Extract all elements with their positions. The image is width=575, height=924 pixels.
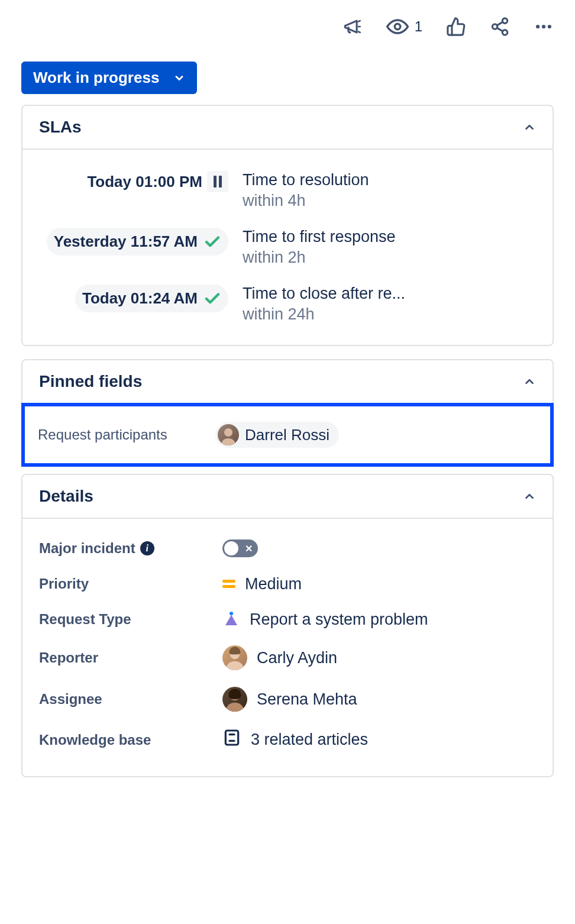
- sla-goal: within 24h: [243, 305, 405, 324]
- share-button[interactable]: [490, 17, 510, 37]
- details-header[interactable]: Details: [22, 475, 553, 518]
- sla-goal: within 4h: [243, 192, 369, 210]
- priority-value: Medium: [245, 575, 302, 593]
- assignee-field[interactable]: Assignee Serena Mehta: [39, 679, 536, 720]
- sla-time: Yesterday 11:57 AM: [54, 232, 198, 251]
- assignee-value: Serena Mehta: [257, 690, 357, 709]
- field-label: Priority: [39, 576, 222, 592]
- sla-row: Yesterday 11:57 AM Time to first respons…: [39, 228, 536, 267]
- pinned-fields-header[interactable]: Pinned fields: [22, 360, 553, 403]
- check-icon: [203, 233, 221, 251]
- book-icon: [222, 728, 241, 751]
- field-label: Request participants: [38, 427, 215, 443]
- reporter-field[interactable]: Reporter Carly Aydin: [39, 637, 536, 679]
- share-icon: [490, 17, 510, 37]
- collapse-toggle[interactable]: [523, 121, 536, 134]
- sla-badge: Today 01:24 AM: [75, 285, 228, 312]
- avatar: [218, 424, 239, 445]
- svg-point-11: [230, 612, 233, 615]
- info-icon[interactable]: i: [140, 541, 154, 555]
- priority-field[interactable]: Priority Medium: [39, 566, 536, 602]
- field-label: Knowledge base: [39, 732, 222, 748]
- watch-button[interactable]: 1: [386, 15, 422, 38]
- pause-icon: [207, 171, 228, 192]
- chevron-up-icon: [523, 121, 536, 134]
- sla-time: Today 01:00 PM: [87, 173, 202, 191]
- more-icon: [534, 17, 554, 37]
- slas-panel: SLAs Today 01:00 PM Time to resolution w…: [21, 105, 554, 346]
- svg-marker-10: [225, 615, 237, 626]
- kb-value: 3 related articles: [251, 731, 368, 749]
- reporter-value: Carly Aydin: [257, 649, 337, 667]
- status-label: Work in progress: [33, 69, 159, 87]
- sla-row: Today 01:00 PM Time to resolution within…: [39, 171, 536, 210]
- svg-point-8: [548, 25, 551, 28]
- collapse-toggle[interactable]: [523, 490, 536, 503]
- sla-goal: within 2h: [243, 248, 396, 267]
- megaphone-icon: [343, 17, 363, 37]
- pinned-fields-title: Pinned fields: [39, 372, 142, 391]
- request-type-field[interactable]: Request Type Report a system problem: [39, 602, 536, 637]
- sla-time: Today 01:24 AM: [82, 289, 198, 308]
- watch-count: 1: [415, 18, 422, 35]
- svg-point-7: [542, 25, 545, 28]
- request-participants-field[interactable]: Request participants Darrel Rossi: [21, 403, 554, 467]
- priority-medium-icon: [222, 580, 235, 588]
- chevron-down-icon: [173, 72, 185, 84]
- user-name: Darrel Rossi: [245, 426, 330, 444]
- check-icon: [203, 290, 221, 308]
- thumbs-up-icon: [446, 17, 466, 37]
- like-button[interactable]: [446, 17, 466, 37]
- field-label: Reporter: [39, 650, 222, 666]
- feedback-button[interactable]: [343, 17, 363, 37]
- pinned-fields-panel: Pinned fields Request participants Darre…: [21, 359, 554, 467]
- more-actions-button[interactable]: [534, 17, 554, 37]
- eye-icon: [386, 15, 409, 38]
- collapse-toggle[interactable]: [523, 375, 536, 388]
- major-incident-toggle[interactable]: ✕: [222, 539, 258, 557]
- request-type-value: Report a system problem: [250, 610, 428, 629]
- field-label: Request Type: [39, 611, 222, 628]
- svg-point-9: [224, 428, 232, 437]
- field-label: Major incident: [39, 540, 135, 557]
- avatar: [222, 687, 247, 712]
- knowledge-base-field[interactable]: Knowledge base 3 related articles: [39, 720, 536, 760]
- sla-name: Time to close after re...: [243, 285, 405, 303]
- details-title: Details: [39, 487, 93, 506]
- avatar: [222, 645, 247, 670]
- svg-point-0: [395, 24, 400, 30]
- sla-name: Time to resolution: [243, 171, 369, 189]
- sla-name: Time to first response: [243, 228, 396, 246]
- user-chip[interactable]: Darrel Rossi: [215, 422, 339, 448]
- major-incident-field: Major incident i ✕: [39, 531, 536, 566]
- svg-line-5: [497, 22, 503, 25]
- svg-rect-14: [225, 731, 238, 745]
- sla-row: Today 01:24 AM Time to close after re...…: [39, 285, 536, 324]
- svg-point-6: [536, 25, 540, 28]
- chevron-up-icon: [523, 375, 536, 388]
- field-label: Assignee: [39, 691, 222, 707]
- details-panel: Details Major incident i ✕ Priority: [21, 474, 554, 777]
- status-dropdown[interactable]: Work in progress: [21, 62, 197, 94]
- slas-title: SLAs: [39, 118, 82, 137]
- slas-header[interactable]: SLAs: [22, 106, 553, 148]
- sla-badge: Yesterday 11:57 AM: [47, 228, 228, 256]
- chevron-up-icon: [523, 490, 536, 503]
- request-type-icon: [222, 610, 240, 628]
- svg-line-4: [497, 28, 503, 31]
